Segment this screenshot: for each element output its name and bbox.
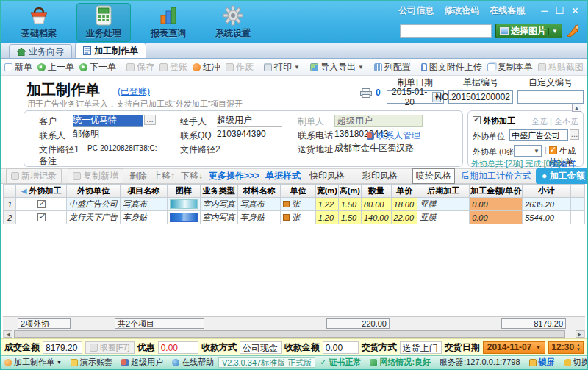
address-field[interactable]: 成都市金牛区蜀汉路 <box>334 143 456 154</box>
row-number: 1 <box>4 198 16 211</box>
scroll-left-icon[interactable]: ◀ <box>4 330 12 338</box>
prev-doc-button[interactable]: 上一单 <box>37 61 74 74</box>
tab-processing-order[interactable]: 加工制作单 <box>75 43 146 58</box>
tab-label: 加工制作单 <box>94 45 138 57</box>
copy-doc-button[interactable]: 复制本单 <box>487 61 533 74</box>
maker-field: 超级用户 <box>334 115 423 127</box>
nav-business-process[interactable]: 业务处理 <box>76 3 131 42</box>
contact-field[interactable]: 邹修明 <box>73 129 157 140</box>
deal-amount-field[interactable]: 8179.20 <box>43 341 82 354</box>
pay-method-field[interactable]: 公司现金 <box>240 341 282 354</box>
header-search-row: 选择图片 ▼ <box>400 24 579 38</box>
pricing-mode-group: 后期加工计价方式 ● 加工金额 ○ 加工单价 <box>461 168 588 184</box>
horn-icon[interactable] <box>566 24 579 38</box>
style-colorprint-tab[interactable]: 彩印风格 <box>359 169 401 183</box>
handler-field[interactable]: 超级用户 <box>217 115 282 127</box>
delete-row-button[interactable]: 删除 <box>129 170 147 182</box>
horizontal-scrollbar[interactable]: ◀ ▶ <box>3 330 585 338</box>
pay-method-label: 收款方式 <box>201 341 237 354</box>
red-flush-button[interactable]: 红冲 <box>193 61 220 74</box>
printer-icon[interactable] <box>360 88 372 98</box>
phone-label: 联系电话 <box>298 129 333 142</box>
app-window: 基础档案 业务处理 报表查询 <box>0 0 588 370</box>
online-help-link[interactable]: 在线帮助 <box>172 357 214 368</box>
tab-business-wizard[interactable]: 业务向导 <box>9 44 72 58</box>
change-password-link[interactable]: 修改密码 <box>444 4 479 17</box>
col-unit: 外协单位 <box>66 185 120 198</box>
attachment-upload-button[interactable]: 图文附件上传 <box>421 61 482 74</box>
coin-icon <box>90 344 98 352</box>
nav-basic-files[interactable]: 基础档案 <box>12 3 66 42</box>
contact-manager-link[interactable]: 联系人管理 <box>367 129 420 142</box>
scrollbar-thumb[interactable] <box>14 330 565 338</box>
round-button: 取整[F7] <box>85 341 135 354</box>
outsource-order-dropdown[interactable]: ▼ <box>514 145 542 157</box>
spinner-arrows-icon[interactable]: ▲▼ <box>576 343 581 352</box>
style-quickprint-tab[interactable]: 快印风格 <box>306 169 348 183</box>
qq-field[interactable]: 2103944390 <box>217 129 282 140</box>
file-path1-field[interactable]: PC-20120828IT38:C:\Users <box>87 143 157 154</box>
image-search-input[interactable] <box>400 24 492 38</box>
received-field[interactable]: 0.00 <box>323 341 359 354</box>
image-icon <box>500 27 509 35</box>
delivery-method-field[interactable]: 送货上门 <box>400 341 442 354</box>
maximize-icon[interactable]: ☐ <box>555 6 564 16</box>
generate-outsource-checkbox[interactable] <box>549 146 557 154</box>
switch-user-button[interactable]: 切换用户 <box>564 357 588 368</box>
outsource-checkbox[interactable] <box>473 116 481 124</box>
posted-status-link[interactable]: (已登账) <box>118 85 150 98</box>
custom-no-input[interactable] <box>517 90 584 104</box>
style-inkjet-tab[interactable]: 喷绘风格 <box>412 168 455 184</box>
row-biztype-cell: 室内写真 <box>200 198 237 211</box>
window-controls: ─ ☐ ✕ <box>541 6 579 16</box>
outsource-unit-picker[interactable]: … <box>570 129 579 140</box>
delivery-date-picker[interactable]: 2014-11-07▼ <box>483 341 546 354</box>
move-up-button[interactable]: 上移↑ <box>153 170 175 182</box>
doc-style-button[interactable]: 单据样式 <box>265 170 301 182</box>
online-service-link[interactable]: 在线客服 <box>490 4 525 17</box>
nav-report-query[interactable]: 报表查询 <box>141 3 196 42</box>
void-button: 作废 <box>226 61 254 74</box>
print-button[interactable]: 打印▼ <box>264 61 300 74</box>
row-outsource-checkbox[interactable] <box>37 200 46 208</box>
discount-field[interactable]: 0.00 <box>158 341 198 354</box>
column-config-button[interactable]: 列配置 <box>374 61 411 74</box>
scroll-right-icon[interactable]: ▶ <box>576 330 584 338</box>
row-price-cell: 22.00 <box>391 211 417 224</box>
col-price: 单价 <box>391 185 417 198</box>
close-icon[interactable]: ✕ <box>571 6 579 16</box>
more-actions-button[interactable]: 更多操作>>> <box>209 170 259 182</box>
customer-field[interactable]: 统一优马特 <box>73 115 143 127</box>
chevron-down-icon: ▼ <box>358 64 364 71</box>
delivery-time-spinner[interactable]: 12:30▲▼ <box>548 341 584 354</box>
collapse-panel-icon[interactable]: ▲ <box>572 104 581 112</box>
network-status: 网络情况:良好 <box>370 357 431 368</box>
copy-add-button: 复制新增 <box>68 168 123 184</box>
choose-image-button[interactable]: 选择图片 ▼ <box>495 24 562 38</box>
nav-system-settings[interactable]: 系统设置 <box>206 3 260 42</box>
corner-cell <box>4 185 16 198</box>
new-doc-button[interactable]: 新单 <box>4 61 32 74</box>
customer-picker-button[interactable]: … <box>144 115 156 125</box>
import-export-button[interactable]: 导入导出▼ <box>310 61 364 74</box>
file-path2-field[interactable] <box>229 143 282 154</box>
outsource-unit-field[interactable]: 中盛广告公司 <box>509 129 568 141</box>
doc-type-selector[interactable]: 加工制作单▼ <box>4 357 62 368</box>
company-info-link[interactable]: 公司信息 <box>398 4 434 17</box>
row-uom-cell: 张 <box>281 211 316 224</box>
pricing-amount-radio[interactable]: ● 加工金额 <box>542 170 585 182</box>
next-doc-button[interactable]: 下一单 <box>79 61 116 74</box>
filler-cell <box>570 198 584 211</box>
lock-screen-button[interactable]: 锁屏 <box>529 357 555 368</box>
col-outsource: ◀ 外协加工 <box>16 185 67 198</box>
note-field[interactable] <box>73 154 440 166</box>
row-biztype-cell: 室内写真 <box>200 211 237 224</box>
minimize-icon[interactable]: ─ <box>541 6 548 16</box>
move-down-button[interactable]: 下移↓ <box>181 170 203 182</box>
row-outsource-checkbox[interactable] <box>37 213 46 221</box>
main-nav: 基础档案 业务处理 报表查询 <box>12 3 260 42</box>
color-swatch-icon <box>283 214 290 221</box>
divider: | <box>545 146 547 154</box>
outsource-checkbox-row[interactable]: 外协加工 <box>473 115 515 127</box>
handler-label: 经手人 <box>180 115 207 128</box>
